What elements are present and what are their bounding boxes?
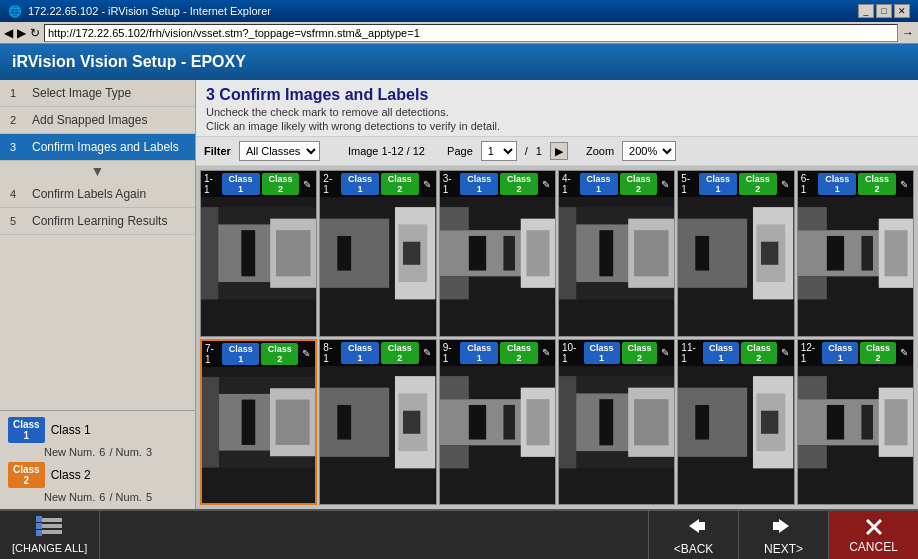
- image-cell-11-1[interactable]: 11-1Class 1Class 2✎: [677, 339, 794, 506]
- cell-class1-btn-3-1[interactable]: Class 1: [460, 173, 498, 195]
- image-cell-3-1[interactable]: 3-1Class 1Class 2✎: [439, 170, 556, 337]
- page-select[interactable]: 1: [481, 141, 517, 161]
- browser-icon: 🌐: [8, 5, 22, 18]
- page-next-btn[interactable]: ▶: [550, 142, 568, 160]
- next-label: NEXT>: [764, 542, 803, 556]
- sidebar-item-confirm-images[interactable]: 3 Confirm Images and Labels: [0, 134, 195, 161]
- cell-id-11-1: 11-1: [681, 342, 699, 364]
- cell-class2-btn-3-1[interactable]: Class 2: [500, 173, 538, 195]
- cell-class2-btn-6-1[interactable]: Class 2: [858, 173, 896, 195]
- cell-id-3-1: 3-1: [443, 173, 457, 195]
- cell-id-2-1: 2-1: [323, 173, 337, 195]
- sidebar-item-confirm-learning[interactable]: 5 Confirm Learning Results: [0, 208, 195, 235]
- sidebar-item-add-snapped-images[interactable]: 2 Add Snapped Images: [0, 107, 195, 134]
- filter-select[interactable]: All Classes Class 1 Class 2: [239, 141, 320, 161]
- back-button[interactable]: <BACK: [648, 511, 738, 559]
- cell-header-6-1: 6-1Class 1Class 2✎: [798, 171, 913, 197]
- image-cell-4-1[interactable]: 4-1Class 1Class 2✎: [558, 170, 675, 337]
- cell-edit-btn-9-1[interactable]: ✎: [540, 347, 552, 358]
- cell-edit-btn-3-1[interactable]: ✎: [540, 179, 552, 190]
- image-cell-10-1[interactable]: 10-1Class 1Class 2✎: [558, 339, 675, 506]
- sidebar-item-select-image-type[interactable]: 1 Select Image Type: [0, 80, 195, 107]
- cell-class1-btn-9-1[interactable]: Class 1: [460, 342, 498, 364]
- class1-label: Class 1: [51, 423, 91, 437]
- cell-edit-btn-6-1[interactable]: ✎: [898, 179, 910, 190]
- back-nav-icon[interactable]: ◀: [4, 26, 13, 40]
- image-cell-2-1[interactable]: 2-1Class 1Class 2✎: [319, 170, 436, 337]
- cell-class1-btn-1-1[interactable]: Class 1: [222, 173, 260, 195]
- svg-rect-19: [440, 276, 469, 299]
- forward-nav-icon[interactable]: ▶: [17, 26, 26, 40]
- image-cell-7-1[interactable]: 7-1Class 1Class 2✎: [200, 339, 317, 506]
- svg-rect-67: [678, 387, 747, 456]
- close-button[interactable]: ✕: [894, 4, 910, 18]
- cell-class1-btn-7-1[interactable]: Class 1: [222, 343, 259, 365]
- svg-rect-51: [403, 410, 420, 433]
- back-arrow-icon: [679, 515, 709, 542]
- page-separator: /: [525, 145, 528, 157]
- maximize-button[interactable]: □: [876, 4, 892, 18]
- svg-rect-75: [861, 404, 873, 439]
- svg-rect-45: [202, 376, 219, 467]
- cell-id-7-1: 7-1: [205, 343, 218, 365]
- cell-edit-btn-5-1[interactable]: ✎: [779, 179, 791, 190]
- cell-class1-btn-6-1[interactable]: Class 1: [818, 173, 856, 195]
- cell-class2-btn-9-1[interactable]: Class 2: [500, 342, 538, 364]
- image-cell-5-1[interactable]: 5-1Class 1Class 2✎: [677, 170, 794, 337]
- cell-id-5-1: 5-1: [681, 173, 695, 195]
- cancel-button[interactable]: CANCEL: [828, 511, 918, 559]
- instruction-line-2: Click an image likely with wrong detecti…: [206, 120, 908, 132]
- cell-edit-btn-4-1[interactable]: ✎: [659, 179, 671, 190]
- svg-rect-79: [798, 445, 827, 468]
- next-button[interactable]: NEXT>: [738, 511, 828, 559]
- image-cell-6-1[interactable]: 6-1Class 1Class 2✎: [797, 170, 914, 337]
- cell-class2-btn-10-1[interactable]: Class 2: [622, 342, 658, 364]
- change-all-button[interactable]: [CHANGE ALL]: [0, 511, 100, 559]
- cell-class2-btn-8-1[interactable]: Class 2: [381, 342, 419, 364]
- svg-rect-64: [634, 399, 669, 445]
- image-cell-1-1[interactable]: 1-1Class 1Class 2✎: [200, 170, 317, 337]
- cell-class2-btn-11-1[interactable]: Class 2: [741, 342, 777, 364]
- cell-edit-btn-11-1[interactable]: ✎: [779, 347, 791, 358]
- cell-class2-btn-7-1[interactable]: Class 2: [261, 343, 298, 365]
- cell-header-5-1: 5-1Class 1Class 2✎: [678, 171, 793, 197]
- cell-class1-btn-5-1[interactable]: Class 1: [699, 173, 737, 195]
- change-all-icon: [36, 516, 64, 540]
- sidebar-item-confirm-labels-again[interactable]: 4 Confirm Labels Again: [0, 181, 195, 208]
- image-cell-12-1[interactable]: 12-1Class 1Class 2✎: [797, 339, 914, 506]
- cell-class1-btn-2-1[interactable]: Class 1: [341, 173, 379, 195]
- cell-class1-btn-11-1[interactable]: Class 1: [703, 342, 739, 364]
- cell-edit-btn-12-1[interactable]: ✎: [898, 347, 910, 358]
- cell-edit-btn-2-1[interactable]: ✎: [421, 179, 433, 190]
- svg-rect-68: [696, 404, 710, 439]
- page-label: Page: [447, 145, 473, 157]
- cell-class1-btn-8-1[interactable]: Class 1: [341, 342, 379, 364]
- cell-edit-btn-10-1[interactable]: ✎: [659, 347, 671, 358]
- cell-class2-btn-1-1[interactable]: Class 2: [262, 173, 300, 195]
- cell-edit-btn-8-1[interactable]: ✎: [421, 347, 433, 358]
- cell-header-9-1: 9-1Class 1Class 2✎: [440, 340, 555, 366]
- cell-edit-btn-7-1[interactable]: ✎: [300, 348, 312, 359]
- cell-class2-btn-12-1[interactable]: Class 2: [860, 342, 896, 364]
- svg-rect-85: [36, 530, 42, 536]
- address-input[interactable]: [44, 24, 898, 42]
- go-icon[interactable]: →: [902, 26, 914, 40]
- app-title: iRVision Vision Setup - EPOXY: [12, 53, 246, 71]
- content-area: 3 Confirm Images and Labels Uncheck the …: [196, 80, 918, 509]
- next-arrow-icon: [769, 515, 799, 542]
- cell-class1-btn-12-1[interactable]: Class 1: [822, 342, 858, 364]
- cell-class2-btn-5-1[interactable]: Class 2: [739, 173, 777, 195]
- content-title: 3 Confirm Images and Labels: [206, 86, 908, 104]
- cell-class1-btn-10-1[interactable]: Class 1: [584, 342, 620, 364]
- image-cell-8-1[interactable]: 8-1Class 1Class 2✎: [319, 339, 436, 506]
- image-cell-9-1[interactable]: 9-1Class 1Class 2✎: [439, 339, 556, 506]
- cell-class2-btn-2-1[interactable]: Class 2: [381, 173, 419, 195]
- cell-edit-btn-1-1[interactable]: ✎: [301, 179, 313, 190]
- zoom-select[interactable]: 200% 100% 150% 300%: [622, 141, 676, 161]
- cell-class1-btn-4-1[interactable]: Class 1: [580, 173, 618, 195]
- refresh-icon[interactable]: ↻: [30, 26, 40, 40]
- class2-new-num-label: New Num.: [44, 491, 95, 503]
- svg-rect-8: [338, 236, 352, 271]
- minimize-button[interactable]: _: [858, 4, 874, 18]
- cell-class2-btn-4-1[interactable]: Class 2: [620, 173, 658, 195]
